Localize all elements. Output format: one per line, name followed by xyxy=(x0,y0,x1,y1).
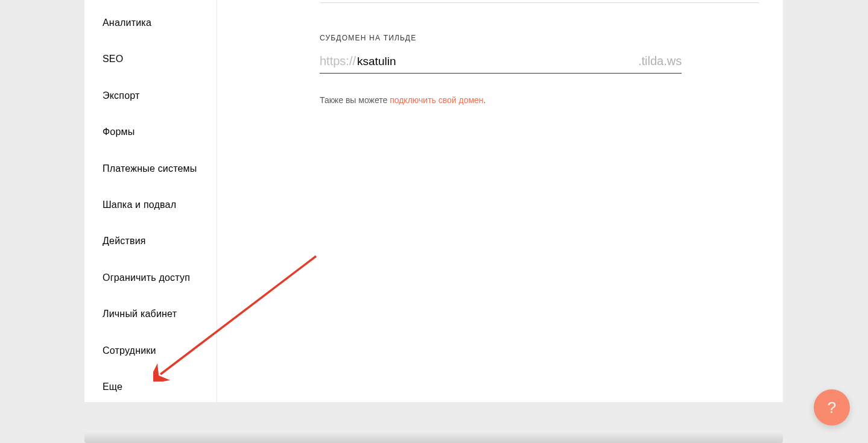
hint-after: . xyxy=(484,95,486,105)
sidebar-item-personal-cabinet[interactable]: Личный кабинет xyxy=(84,296,217,332)
sidebar: Аналитика SEO Экспорт Формы Платежные си… xyxy=(84,0,217,402)
sidebar-item-forms[interactable]: Формы xyxy=(84,114,217,150)
subdomain-row: https:// .tilda.ws xyxy=(320,51,682,74)
subdomain-prefix: https:// xyxy=(320,51,356,73)
subdomain-input[interactable] xyxy=(356,51,682,73)
sidebar-item-seo[interactable]: SEO xyxy=(84,41,217,77)
help-icon: ? xyxy=(828,398,836,417)
sidebar-item-header-footer[interactable]: Шапка и подвал xyxy=(84,187,217,223)
settings-panel: Аналитика SEO Экспорт Формы Платежные си… xyxy=(84,0,783,402)
sidebar-item-analytics[interactable]: Аналитика xyxy=(84,5,217,41)
domain-hint: Также вы можете подключить свой домен. xyxy=(320,95,682,105)
sidebar-item-employees[interactable]: Сотрудники xyxy=(84,333,217,369)
connect-own-domain-link[interactable]: подключить свой домен xyxy=(390,95,483,105)
hint-before: Также вы можете xyxy=(320,95,390,105)
main-content: СУБДОМЕН НА ТИЛЬДЕ https:// .tilda.ws Та… xyxy=(217,0,783,402)
help-button[interactable]: ? xyxy=(814,389,850,426)
sidebar-item-export[interactable]: Экспорт xyxy=(84,78,217,114)
subdomain-label: СУБДОМЕН НА ТИЛЬДЕ xyxy=(320,34,682,42)
divider xyxy=(320,2,759,3)
sidebar-item-actions[interactable]: Действия xyxy=(84,223,217,259)
sidebar-item-payment-systems[interactable]: Платежные системы xyxy=(84,151,217,187)
bottom-shadow xyxy=(84,432,783,443)
sidebar-item-more[interactable]: Еще xyxy=(84,369,217,405)
subdomain-suffix: .tilda.ws xyxy=(638,54,682,68)
subdomain-field: СУБДОМЕН НА ТИЛЬДЕ https:// .tilda.ws Та… xyxy=(320,34,682,105)
sidebar-item-restrict-access[interactable]: Ограничить доступ xyxy=(84,260,217,296)
